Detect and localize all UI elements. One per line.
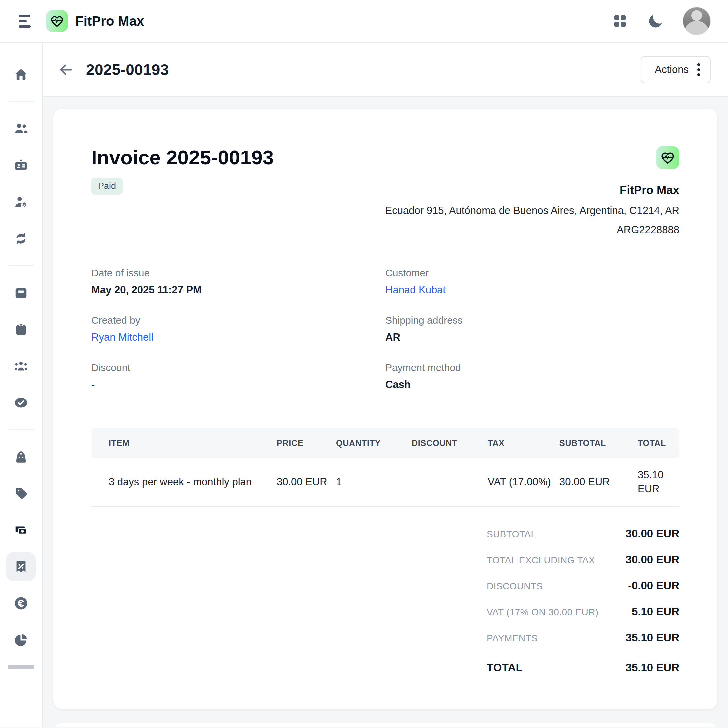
table-header: ITEM PRICE QUANTITY DISCOUNT TAX SUBTOTA… [91, 428, 679, 458]
receipt-percent-icon [13, 559, 29, 574]
company-logo-icon [656, 146, 679, 169]
back-arrow-icon[interactable] [57, 61, 75, 78]
status-badge: Paid [91, 178, 123, 195]
euro-icon [13, 596, 29, 611]
company-name: FitPro Max [619, 184, 679, 197]
col-price: PRICE [277, 438, 336, 448]
field-customer: Customer Hanad Kubat [385, 267, 679, 296]
sidebar-item-shop[interactable] [6, 442, 36, 471]
sidebar-item-cash[interactable] [6, 515, 36, 544]
col-total: TOTAL [638, 438, 679, 448]
invoice-title-block: Invoice 2025-00193 Paid [91, 146, 274, 243]
sidebar-scrollbar[interactable] [8, 665, 34, 669]
summary-label: TOTAL EXCLUDING TAX [487, 555, 595, 566]
check-ellipse-icon [13, 395, 29, 410]
app-name: FitPro Max [75, 14, 144, 29]
summary-label: VAT (17% ON 30.00 EUR) [487, 607, 599, 618]
calendar-icon [13, 285, 29, 300]
brand[interactable]: FitPro Max [46, 10, 144, 32]
field-date-of-issue: Date of issue May 20, 2025 11:27 PM [91, 267, 385, 296]
main: 2025-00193 Actions Invoice 2025-00193 Pa… [43, 43, 728, 727]
sidebar-item-clipboard[interactable] [6, 315, 36, 344]
cell-total: 35.10 EUR [638, 468, 679, 496]
field-label: Created by [91, 315, 385, 326]
summary-label: DISCOUNTS [487, 581, 543, 592]
grid-apps-icon[interactable] [611, 12, 629, 30]
col-discount: DISCOUNT [411, 438, 488, 448]
cell-item: 3 days per week - monthly plan [109, 475, 277, 489]
field-shipping-address: Shipping address AR [385, 315, 679, 343]
summary-value: 30.00 EUR [626, 527, 679, 540]
company-tax-id: ARG2228888 [617, 224, 679, 236]
sidebar-item-home[interactable] [6, 60, 36, 89]
invoice-title: Invoice 2025-00193 [91, 146, 274, 169]
field-discount: Discount - [91, 362, 385, 391]
actions-label: Actions [655, 64, 689, 76]
clipboard-icon [13, 322, 29, 337]
summary-row-vat: VAT (17% ON 30.00 EUR) 5.10 EUR [487, 605, 679, 618]
field-label: Payment method [385, 362, 679, 373]
line-items-table: ITEM PRICE QUANTITY DISCOUNT TAX SUBTOTA… [91, 428, 679, 507]
table-row: 3 days per week - monthly plan 30.00 EUR… [91, 458, 679, 507]
sidebar-item-calendar[interactable] [6, 278, 36, 307]
summary-value: 30.00 EUR [626, 553, 679, 566]
sidebar-item-groups[interactable] [6, 351, 36, 381]
field-value: AR [385, 331, 679, 343]
sidebar-item-user-settings[interactable] [6, 187, 36, 217]
page-header: 2025-00193 Actions [43, 43, 728, 97]
page-title: 2025-00193 [86, 61, 169, 79]
invoice-card: Invoice 2025-00193 Paid FitPro Max Ecuad… [54, 109, 717, 709]
created-by-link[interactable]: Ryan Mitchell [91, 331, 385, 343]
company-block: FitPro Max Ecuador 915, Autónoma de Buen… [385, 146, 679, 243]
topbar: FitPro Max [0, 0, 728, 43]
actions-button[interactable]: Actions [641, 56, 711, 83]
sidebar-divider [8, 429, 34, 430]
col-quantity: QUANTITY [336, 438, 411, 448]
field-created-by: Created by Ryan Mitchell [91, 315, 385, 343]
company-address: Ecuador 915, Autónoma de Buenos Aires, A… [385, 205, 679, 217]
pie-chart-icon [13, 632, 29, 648]
sidebar-item-invoices[interactable] [6, 552, 36, 581]
sidebar [0, 43, 43, 727]
sidebar-item-members[interactable] [6, 114, 36, 143]
summary-row-total: TOTAL 35.10 EUR [487, 661, 679, 674]
dark-mode-moon-icon[interactable] [647, 12, 665, 30]
summary-value: 35.10 EUR [626, 631, 679, 644]
cell-subtotal: 30.00 EUR [559, 475, 638, 489]
user-avatar[interactable] [683, 7, 711, 35]
menu-icon[interactable] [19, 15, 34, 28]
sidebar-item-sync[interactable] [6, 224, 36, 253]
app-logo-icon [46, 10, 68, 32]
shop-bag-icon [13, 449, 29, 464]
sidebar-item-reports[interactable] [6, 626, 36, 655]
col-tax: TAX [488, 438, 559, 448]
sync-icon [13, 231, 29, 246]
summary-label: PAYMENTS [487, 633, 538, 644]
transactions-card: Transactions [54, 723, 717, 727]
field-label: Date of issue [91, 267, 385, 279]
sidebar-item-tags[interactable] [6, 479, 36, 508]
summary-row-total-excl-tax: TOTAL EXCLUDING TAX 30.00 EUR [487, 553, 679, 566]
summary-value: -0.00 EUR [628, 579, 679, 592]
cell-tax: VAT (17.00%) [488, 475, 559, 489]
kebab-icon [697, 63, 700, 76]
summary-value: 35.10 EUR [626, 661, 679, 674]
col-subtotal: SUBTOTAL [559, 438, 638, 448]
totals-summary: SUBTOTAL 30.00 EUR TOTAL EXCLUDING TAX 3… [487, 527, 679, 674]
sidebar-item-id-card[interactable] [6, 151, 36, 180]
invoice-header: Invoice 2025-00193 Paid FitPro Max Ecuad… [91, 146, 679, 243]
cell-quantity: 1 [336, 475, 411, 489]
customer-link[interactable]: Hanad Kubat [385, 284, 679, 296]
summary-value: 5.10 EUR [632, 605, 679, 618]
members-icon [13, 121, 29, 136]
sidebar-item-check[interactable] [6, 388, 36, 418]
field-value: May 20, 2025 11:27 PM [91, 284, 385, 296]
invoice-fields: Date of issue May 20, 2025 11:27 PM Cust… [91, 267, 679, 391]
sidebar-item-euro[interactable] [6, 589, 36, 618]
groups-icon [13, 358, 29, 374]
summary-row-discounts: DISCOUNTS -0.00 EUR [487, 579, 679, 592]
id-card-icon [13, 158, 29, 173]
summary-label: TOTAL [487, 661, 523, 674]
field-value: - [91, 379, 385, 391]
sidebar-divider [8, 101, 34, 102]
